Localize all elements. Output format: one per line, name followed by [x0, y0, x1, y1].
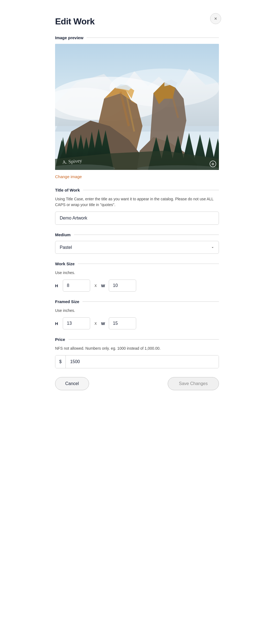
work-size-description: Use inches.: [55, 270, 219, 276]
title-section-label: Title of Work: [55, 188, 80, 192]
price-description: NFS not allowed. Numbers only. eg. 1000 …: [55, 346, 219, 351]
framed-size-row: H x W: [55, 317, 219, 329]
change-image-link[interactable]: Change image: [55, 174, 82, 179]
price-currency-symbol: $: [55, 355, 66, 368]
page-title: Edit Work: [55, 16, 219, 27]
framed-width-label: W: [101, 321, 105, 326]
price-section-label: Price: [55, 337, 65, 342]
artwork-image: A. Spivey ⊕: [55, 44, 219, 170]
image-preview-label: Image preview: [55, 35, 83, 40]
framed-size-description: Use inches.: [55, 308, 219, 314]
framed-height-input[interactable]: [63, 317, 90, 329]
framed-height-label: H: [55, 321, 59, 326]
medium-section-header: Medium: [55, 232, 219, 237]
close-icon: ×: [214, 16, 217, 21]
work-size-row: H x W: [55, 280, 219, 292]
zoom-icon-symbol: ⊕: [211, 162, 215, 166]
price-section-divider: [68, 339, 219, 340]
footer-buttons: Cancel Save Changes: [55, 377, 219, 390]
framed-size-section: Framed Size Use inches. H x W: [55, 299, 219, 329]
work-width-label: W: [101, 283, 105, 288]
image-preview-container: A. Spivey ⊕: [55, 44, 219, 170]
price-section-header: Price: [55, 337, 219, 342]
work-size-divider: [78, 264, 219, 264]
image-preview-section: Image preview: [55, 35, 219, 188]
medium-section: Medium Pastel Oil Acrylic Watercolor Gou…: [55, 232, 219, 261]
modal-container: × Edit Work Image preview: [45, 5, 229, 401]
title-section-divider: [83, 190, 219, 190]
framed-size-label: Framed Size: [55, 299, 79, 304]
price-section: Price NFS not allowed. Numbers only. eg.…: [55, 337, 219, 368]
work-size-separator: x: [95, 283, 97, 288]
title-section: Title of Work Using Title Case, enter th…: [55, 188, 219, 232]
close-button[interactable]: ×: [210, 13, 221, 24]
work-height-label: H: [55, 283, 59, 288]
price-input[interactable]: [66, 355, 219, 368]
image-preview-divider: [87, 38, 219, 38]
medium-section-divider: [74, 235, 219, 235]
cancel-button[interactable]: Cancel: [55, 377, 89, 390]
title-description: Using Title Case, enter the title as you…: [55, 196, 219, 208]
framed-size-header: Framed Size: [55, 299, 219, 304]
framed-size-separator: x: [95, 321, 97, 326]
work-height-input[interactable]: [63, 280, 90, 292]
medium-section-label: Medium: [55, 232, 71, 237]
work-size-section: Work Size Use inches. H x W: [55, 261, 219, 292]
framed-size-divider: [82, 301, 219, 302]
save-changes-button[interactable]: Save Changes: [168, 377, 219, 390]
medium-select[interactable]: Pastel Oil Acrylic Watercolor Gouache Ch…: [55, 241, 219, 254]
title-input[interactable]: [55, 212, 219, 225]
work-size-label: Work Size: [55, 261, 75, 266]
framed-width-input[interactable]: [109, 317, 136, 329]
work-width-input[interactable]: [109, 280, 136, 292]
price-row: $: [55, 355, 219, 368]
title-section-header: Title of Work: [55, 188, 219, 192]
work-size-header: Work Size: [55, 261, 219, 266]
image-preview-header: Image preview: [55, 35, 219, 40]
zoom-icon[interactable]: ⊕: [210, 161, 216, 167]
